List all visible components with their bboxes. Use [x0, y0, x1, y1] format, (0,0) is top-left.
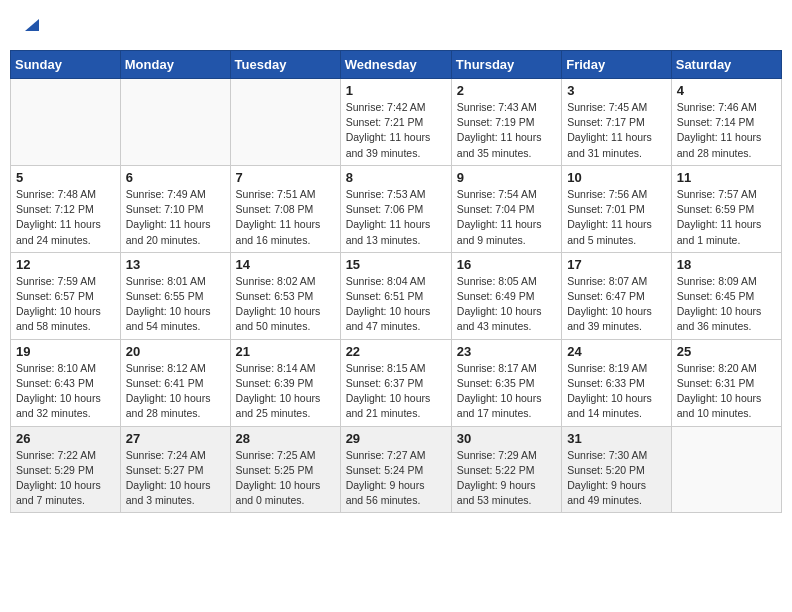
day-number: 2	[457, 83, 556, 98]
calendar-cell: 20Sunrise: 8:12 AM Sunset: 6:41 PM Dayli…	[120, 339, 230, 426]
day-number: 16	[457, 257, 556, 272]
day-info: Sunrise: 7:43 AM Sunset: 7:19 PM Dayligh…	[457, 100, 556, 161]
day-number: 29	[346, 431, 446, 446]
day-number: 11	[677, 170, 776, 185]
calendar-cell: 25Sunrise: 8:20 AM Sunset: 6:31 PM Dayli…	[671, 339, 781, 426]
day-info: Sunrise: 7:24 AM Sunset: 5:27 PM Dayligh…	[126, 448, 225, 509]
calendar-header-row: SundayMondayTuesdayWednesdayThursdayFrid…	[11, 51, 782, 79]
day-info: Sunrise: 7:27 AM Sunset: 5:24 PM Dayligh…	[346, 448, 446, 509]
day-info: Sunrise: 7:57 AM Sunset: 6:59 PM Dayligh…	[677, 187, 776, 248]
day-info: Sunrise: 8:10 AM Sunset: 6:43 PM Dayligh…	[16, 361, 115, 422]
day-number: 10	[567, 170, 666, 185]
day-number: 21	[236, 344, 335, 359]
calendar-week-row: 5Sunrise: 7:48 AM Sunset: 7:12 PM Daylig…	[11, 165, 782, 252]
calendar-cell	[11, 79, 121, 166]
calendar-cell: 30Sunrise: 7:29 AM Sunset: 5:22 PM Dayli…	[451, 426, 561, 513]
calendar-cell: 27Sunrise: 7:24 AM Sunset: 5:27 PM Dayli…	[120, 426, 230, 513]
calendar-week-row: 12Sunrise: 7:59 AM Sunset: 6:57 PM Dayli…	[11, 252, 782, 339]
day-info: Sunrise: 7:59 AM Sunset: 6:57 PM Dayligh…	[16, 274, 115, 335]
day-number: 19	[16, 344, 115, 359]
day-info: Sunrise: 7:53 AM Sunset: 7:06 PM Dayligh…	[346, 187, 446, 248]
day-info: Sunrise: 8:17 AM Sunset: 6:35 PM Dayligh…	[457, 361, 556, 422]
calendar-cell: 16Sunrise: 8:05 AM Sunset: 6:49 PM Dayli…	[451, 252, 561, 339]
calendar-cell: 5Sunrise: 7:48 AM Sunset: 7:12 PM Daylig…	[11, 165, 121, 252]
day-number: 24	[567, 344, 666, 359]
day-number: 23	[457, 344, 556, 359]
day-info: Sunrise: 8:07 AM Sunset: 6:47 PM Dayligh…	[567, 274, 666, 335]
day-number: 6	[126, 170, 225, 185]
day-number: 14	[236, 257, 335, 272]
calendar-cell: 2Sunrise: 7:43 AM Sunset: 7:19 PM Daylig…	[451, 79, 561, 166]
calendar-cell: 28Sunrise: 7:25 AM Sunset: 5:25 PM Dayli…	[230, 426, 340, 513]
col-header-tuesday: Tuesday	[230, 51, 340, 79]
day-number: 17	[567, 257, 666, 272]
day-number: 8	[346, 170, 446, 185]
day-info: Sunrise: 8:02 AM Sunset: 6:53 PM Dayligh…	[236, 274, 335, 335]
calendar-cell: 13Sunrise: 8:01 AM Sunset: 6:55 PM Dayli…	[120, 252, 230, 339]
calendar-cell: 11Sunrise: 7:57 AM Sunset: 6:59 PM Dayli…	[671, 165, 781, 252]
calendar-week-row: 19Sunrise: 8:10 AM Sunset: 6:43 PM Dayli…	[11, 339, 782, 426]
day-info: Sunrise: 7:25 AM Sunset: 5:25 PM Dayligh…	[236, 448, 335, 509]
day-number: 1	[346, 83, 446, 98]
day-number: 13	[126, 257, 225, 272]
day-info: Sunrise: 8:15 AM Sunset: 6:37 PM Dayligh…	[346, 361, 446, 422]
svg-marker-0	[25, 19, 39, 31]
day-number: 7	[236, 170, 335, 185]
day-info: Sunrise: 8:04 AM Sunset: 6:51 PM Dayligh…	[346, 274, 446, 335]
day-number: 27	[126, 431, 225, 446]
calendar-cell: 6Sunrise: 7:49 AM Sunset: 7:10 PM Daylig…	[120, 165, 230, 252]
col-header-wednesday: Wednesday	[340, 51, 451, 79]
day-number: 30	[457, 431, 556, 446]
calendar-cell	[120, 79, 230, 166]
day-number: 22	[346, 344, 446, 359]
calendar-cell	[671, 426, 781, 513]
day-number: 9	[457, 170, 556, 185]
page-header	[10, 10, 782, 40]
calendar-cell: 1Sunrise: 7:42 AM Sunset: 7:21 PM Daylig…	[340, 79, 451, 166]
calendar-cell: 31Sunrise: 7:30 AM Sunset: 5:20 PM Dayli…	[562, 426, 672, 513]
day-info: Sunrise: 7:51 AM Sunset: 7:08 PM Dayligh…	[236, 187, 335, 248]
calendar-cell: 21Sunrise: 8:14 AM Sunset: 6:39 PM Dayli…	[230, 339, 340, 426]
calendar-cell: 24Sunrise: 8:19 AM Sunset: 6:33 PM Dayli…	[562, 339, 672, 426]
day-info: Sunrise: 8:05 AM Sunset: 6:49 PM Dayligh…	[457, 274, 556, 335]
day-number: 18	[677, 257, 776, 272]
calendar-cell: 22Sunrise: 8:15 AM Sunset: 6:37 PM Dayli…	[340, 339, 451, 426]
day-number: 12	[16, 257, 115, 272]
col-header-friday: Friday	[562, 51, 672, 79]
logo	[20, 15, 41, 35]
calendar-cell: 8Sunrise: 7:53 AM Sunset: 7:06 PM Daylig…	[340, 165, 451, 252]
day-info: Sunrise: 8:14 AM Sunset: 6:39 PM Dayligh…	[236, 361, 335, 422]
day-number: 20	[126, 344, 225, 359]
day-info: Sunrise: 8:01 AM Sunset: 6:55 PM Dayligh…	[126, 274, 225, 335]
col-header-monday: Monday	[120, 51, 230, 79]
calendar-cell	[230, 79, 340, 166]
day-info: Sunrise: 8:20 AM Sunset: 6:31 PM Dayligh…	[677, 361, 776, 422]
col-header-thursday: Thursday	[451, 51, 561, 79]
day-info: Sunrise: 7:48 AM Sunset: 7:12 PM Dayligh…	[16, 187, 115, 248]
day-info: Sunrise: 7:22 AM Sunset: 5:29 PM Dayligh…	[16, 448, 115, 509]
calendar-week-row: 1Sunrise: 7:42 AM Sunset: 7:21 PM Daylig…	[11, 79, 782, 166]
calendar-cell: 14Sunrise: 8:02 AM Sunset: 6:53 PM Dayli…	[230, 252, 340, 339]
day-info: Sunrise: 7:56 AM Sunset: 7:01 PM Dayligh…	[567, 187, 666, 248]
calendar-cell: 7Sunrise: 7:51 AM Sunset: 7:08 PM Daylig…	[230, 165, 340, 252]
day-info: Sunrise: 7:46 AM Sunset: 7:14 PM Dayligh…	[677, 100, 776, 161]
day-info: Sunrise: 7:49 AM Sunset: 7:10 PM Dayligh…	[126, 187, 225, 248]
calendar-cell: 9Sunrise: 7:54 AM Sunset: 7:04 PM Daylig…	[451, 165, 561, 252]
calendar: SundayMondayTuesdayWednesdayThursdayFrid…	[10, 50, 782, 513]
day-info: Sunrise: 7:45 AM Sunset: 7:17 PM Dayligh…	[567, 100, 666, 161]
day-info: Sunrise: 7:30 AM Sunset: 5:20 PM Dayligh…	[567, 448, 666, 509]
col-header-sunday: Sunday	[11, 51, 121, 79]
day-number: 3	[567, 83, 666, 98]
day-number: 5	[16, 170, 115, 185]
day-number: 28	[236, 431, 335, 446]
calendar-week-row: 26Sunrise: 7:22 AM Sunset: 5:29 PM Dayli…	[11, 426, 782, 513]
day-info: Sunrise: 8:19 AM Sunset: 6:33 PM Dayligh…	[567, 361, 666, 422]
calendar-cell: 18Sunrise: 8:09 AM Sunset: 6:45 PM Dayli…	[671, 252, 781, 339]
logo-icon	[23, 15, 41, 33]
day-info: Sunrise: 7:54 AM Sunset: 7:04 PM Dayligh…	[457, 187, 556, 248]
day-number: 15	[346, 257, 446, 272]
calendar-cell: 19Sunrise: 8:10 AM Sunset: 6:43 PM Dayli…	[11, 339, 121, 426]
calendar-cell: 10Sunrise: 7:56 AM Sunset: 7:01 PM Dayli…	[562, 165, 672, 252]
day-number: 31	[567, 431, 666, 446]
day-info: Sunrise: 8:09 AM Sunset: 6:45 PM Dayligh…	[677, 274, 776, 335]
